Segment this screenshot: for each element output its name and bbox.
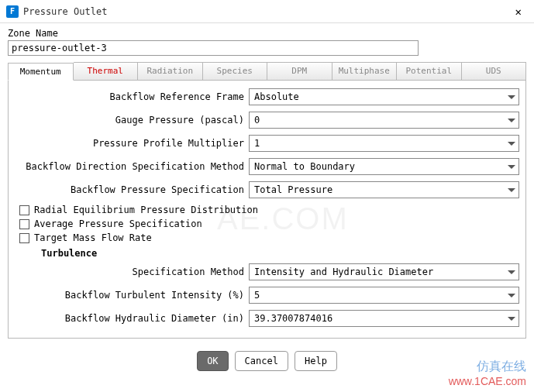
zone-name-input[interactable] <box>8 40 419 56</box>
label-target: Target Mass Flow Rate <box>34 232 152 243</box>
cancel-button[interactable]: Cancel <box>235 351 288 371</box>
label-press-spec: Backflow Pressure Specification <box>15 184 249 195</box>
turbulence-header: Turbulence <box>41 248 519 259</box>
select-press-spec[interactable]: Total Pressure <box>249 181 519 198</box>
label-radial: Radial Equilibrium Pressure Distribution <box>34 205 258 215</box>
window-titlebar: F Pressure Outlet ✕ <box>0 0 534 23</box>
input-gauge-value: 0 <box>254 115 260 126</box>
select-ref-frame-value: Absolute <box>254 91 299 102</box>
label-turb-intens: Backflow Turbulent Intensity (%) <box>41 290 249 301</box>
checkbox-avg[interactable] <box>19 219 29 229</box>
input-gauge[interactable]: 0 <box>249 112 519 129</box>
label-gauge: Gauge Pressure (pascal) <box>15 115 249 126</box>
checkbox-target[interactable] <box>19 233 29 243</box>
tab-radiation[interactable]: Radiation <box>138 62 203 80</box>
select-ref-frame[interactable]: Absolute <box>249 88 519 105</box>
select-dir-value: Normal to Boundary <box>254 161 355 172</box>
chevron-down-icon <box>508 165 515 169</box>
select-press-spec-value: Total Pressure <box>254 184 332 195</box>
chevron-down-icon <box>508 294 515 297</box>
input-turb-diam[interactable]: 39.37007874016 <box>249 310 519 327</box>
select-turb-spec[interactable]: Intensity and Hydraulic Diameter <box>249 263 519 280</box>
help-button[interactable]: Help <box>295 351 337 371</box>
momentum-panel: Backflow Reference Frame Absolute Gauge … <box>8 81 526 339</box>
checkbox-radial[interactable] <box>19 205 29 215</box>
input-mult-value: 1 <box>254 138 260 149</box>
tab-multiphase[interactable]: Multiphase <box>332 62 398 80</box>
chevron-down-icon <box>508 188 515 192</box>
tab-uds[interactable]: UDS <box>462 62 527 80</box>
label-avg: Average Pressure Specification <box>34 218 202 229</box>
chevron-down-icon <box>508 270 515 274</box>
input-turb-intens[interactable]: 5 <box>249 287 519 304</box>
window-title: Pressure Outlet <box>23 6 509 17</box>
close-icon[interactable]: ✕ <box>509 2 528 21</box>
label-mult: Pressure Profile Multiplier <box>15 138 249 149</box>
zone-name-label: Zone Name <box>8 28 526 39</box>
label-turb-spec: Specification Method <box>41 266 249 277</box>
dialog-footer: OK Cancel Help <box>8 351 526 371</box>
label-turb-diam: Backflow Hydraulic Diameter (in) <box>41 313 249 324</box>
tab-potential[interactable]: Potential <box>397 62 462 80</box>
tab-momentum[interactable]: Momentum <box>8 63 74 81</box>
input-turb-diam-value: 39.37007874016 <box>254 313 332 324</box>
input-mult[interactable]: 1 <box>249 135 519 152</box>
tab-dpm[interactable]: DPM <box>267 62 332 80</box>
select-turb-spec-value: Intensity and Hydraulic Diameter <box>254 266 433 277</box>
chevron-down-icon <box>508 119 515 122</box>
tab-bar: Momentum Thermal Radiation Species DPM M… <box>8 62 526 81</box>
chevron-down-icon <box>508 317 515 321</box>
app-icon: F <box>6 5 19 18</box>
ok-button[interactable]: OK <box>197 351 228 371</box>
tab-species[interactable]: Species <box>203 62 268 80</box>
select-dir[interactable]: Normal to Boundary <box>249 158 519 175</box>
label-ref-frame: Backflow Reference Frame <box>15 91 249 102</box>
label-dir: Backflow Direction Specification Method <box>15 161 249 172</box>
tab-thermal[interactable]: Thermal <box>74 62 139 80</box>
chevron-down-icon <box>508 95 515 99</box>
input-turb-intens-value: 5 <box>254 290 260 301</box>
chevron-down-icon <box>508 142 515 146</box>
